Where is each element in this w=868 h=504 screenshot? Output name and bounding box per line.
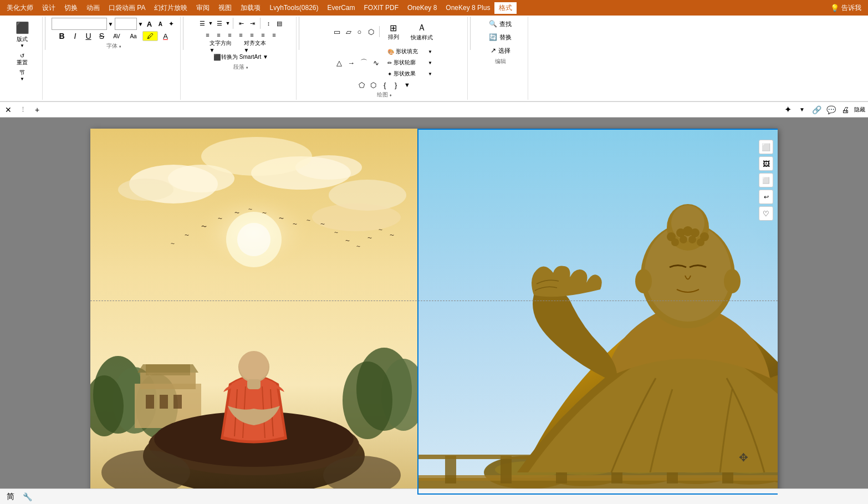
- align-bottom-button[interactable]: ≡: [269, 30, 279, 40]
- align-top-button[interactable]: ≡: [247, 30, 257, 40]
- shape-more[interactable]: ⬡: [366, 27, 376, 37]
- underline-button[interactable]: U: [83, 31, 95, 41]
- menu-item-addons[interactable]: 加载项: [236, 2, 265, 14]
- chinese-simplified-button[interactable]: 简: [4, 491, 17, 503]
- format-layout-button[interactable]: ⬛ 版式 ▼: [11, 18, 34, 51]
- panel-tool-2[interactable]: 🖼: [759, 156, 773, 171]
- italic-button[interactable]: I: [69, 31, 81, 41]
- shape-circle[interactable]: ○: [355, 27, 365, 37]
- print-button[interactable]: 🖨: [839, 104, 851, 116]
- menu-item-review[interactable]: 审阅: [192, 2, 214, 14]
- more-actions-button[interactable]: ⋮: [17, 104, 29, 116]
- replace-button[interactable]: 🔄 替换: [478, 31, 523, 43]
- number-list-button[interactable]: ☰: [215, 18, 224, 28]
- menu-item-alert[interactable]: 💡 告诉我: [826, 2, 866, 14]
- ribbon-group-format: ⬛ 版式 ▼ ↺ 重置 节 ▼: [2, 17, 43, 100]
- menu-item-pocket[interactable]: 口袋动画 PA: [104, 2, 150, 14]
- heart-icon: ♡: [763, 210, 769, 218]
- close-tab-button[interactable]: ✕: [2, 104, 14, 116]
- hide-button[interactable]: 隐藏: [854, 104, 866, 116]
- menu-item-foxitpdf[interactable]: FOXIT PDF: [360, 3, 403, 13]
- column-button[interactable]: ▤: [274, 18, 284, 28]
- link-button[interactable]: 🔗: [810, 104, 823, 116]
- shape-braces[interactable]: {: [380, 80, 390, 90]
- font-size-dropdown[interactable]: ▼: [138, 21, 144, 27]
- sparkle-dropdown[interactable]: ▼: [796, 104, 808, 116]
- shape-arrow[interactable]: →: [345, 58, 357, 68]
- drawing-expand-icon[interactable]: ⬧: [389, 92, 392, 98]
- wechat-button[interactable]: 💬: [825, 104, 837, 116]
- menu-item-sheji[interactable]: 设计: [38, 2, 60, 14]
- bold-button[interactable]: B: [56, 31, 68, 41]
- char-spacing-button[interactable]: AV: [109, 31, 125, 41]
- increase-indent-button[interactable]: ⇥: [247, 18, 257, 28]
- decrease-indent-button[interactable]: ⇤: [236, 18, 246, 28]
- clear-format-button[interactable]: ✦: [166, 19, 176, 29]
- sort-arrange-button[interactable]: ⊞ 排列: [382, 18, 405, 45]
- align-right-button[interactable]: ≡: [225, 30, 235, 40]
- shape-rect[interactable]: ▭: [331, 27, 343, 37]
- align-center-button[interactable]: ≡: [214, 30, 224, 40]
- align-text-button[interactable]: 对齐文本 ▼: [242, 41, 275, 51]
- shape-hexagon[interactable]: ⬡: [368, 80, 379, 90]
- add-tab-button[interactable]: +: [31, 104, 43, 116]
- find-button[interactable]: 🔍 查找: [478, 18, 523, 30]
- panel-tool-3[interactable]: ⬜: [759, 173, 773, 187]
- svg-point-92: [688, 236, 696, 243]
- ribbon-group-drawing: ▭ ▱ ○ ⬡ ⊞ 排列 Ａ 快速样式 △ → ⌒ ∿: [302, 17, 468, 100]
- main-area: 〜 〜 〜 〜 〜 〜 〜 〜 〜 〜 〜 〜 〜 〜 〜: [0, 118, 868, 504]
- shape-triangle[interactable]: △: [334, 58, 344, 68]
- panel-tool-1[interactable]: ⬜: [759, 140, 773, 154]
- line-spacing-button[interactable]: ↕: [263, 18, 273, 28]
- font-size-input[interactable]: 18: [115, 18, 137, 30]
- menu-item-onekey8[interactable]: OneKey 8: [403, 3, 441, 13]
- menu-item-slideshow[interactable]: 幻灯片放映: [150, 2, 192, 14]
- quick-style-button[interactable]: Ａ 快速样式: [406, 18, 438, 45]
- align-left-button[interactable]: ≡: [203, 30, 213, 40]
- shape-effect-button[interactable]: ✦ 形状效果 ▼: [385, 69, 435, 79]
- menu-item-meihudashi[interactable]: 美化大师: [2, 2, 38, 14]
- menu-item-format[interactable]: 格式: [494, 2, 517, 14]
- menu-item-view[interactable]: 视图: [214, 2, 236, 14]
- panel-tool-4[interactable]: ↩: [759, 190, 773, 204]
- text-direction-button[interactable]: 文字方向 ▼: [207, 41, 241, 51]
- increase-font-button[interactable]: A: [144, 19, 154, 29]
- para-expand-icon[interactable]: ⬧: [246, 64, 248, 70]
- justify-button[interactable]: ≡: [236, 30, 246, 40]
- font-expand-icon[interactable]: ⬧: [119, 43, 121, 49]
- font-name-input[interactable]: [52, 18, 107, 30]
- number-dropdown[interactable]: ▼: [226, 21, 231, 26]
- menu-item-qiehuan[interactable]: 切换: [60, 2, 82, 14]
- font-color-button[interactable]: A: [159, 31, 172, 41]
- strikethrough-button[interactable]: S: [96, 31, 108, 41]
- shape-freeform[interactable]: ∿: [371, 58, 381, 68]
- shape-fill-button[interactable]: 🎨 形状填充 ▼: [385, 47, 435, 57]
- shape-braces2[interactable]: }: [391, 80, 401, 90]
- font-case-button[interactable]: Aa: [126, 31, 141, 41]
- panel-tool-5-heart[interactable]: ♡: [759, 206, 773, 221]
- menu-item-lvyh[interactable]: LvyhTools(0826): [265, 3, 323, 13]
- sparkle-button[interactable]: ✦: [782, 104, 794, 116]
- edit-group-header: 编辑: [495, 58, 506, 65]
- font-name-dropdown[interactable]: ▼: [108, 21, 114, 27]
- convert-smartart-button[interactable]: ⬛ 转换为 SmartArt ▼: [205, 52, 277, 62]
- bullet-list-button[interactable]: ☰: [197, 18, 207, 28]
- menu-item-evercam[interactable]: EverCam: [323, 3, 360, 13]
- shape-more-dropdown[interactable]: ▼: [402, 80, 412, 90]
- select-button[interactable]: ↗ 选择: [478, 44, 523, 57]
- reset-button[interactable]: ↺ 重置: [6, 52, 39, 67]
- left-image-panel[interactable]: 〜 〜 〜 〜 〜 〜 〜 〜 〜 〜 〜 〜 〜 〜 〜: [90, 129, 417, 495]
- shape-parallelogram[interactable]: ▱: [344, 27, 354, 37]
- shape-curve[interactable]: ⌒: [358, 58, 370, 68]
- shape-pentagon[interactable]: ⬠: [356, 80, 367, 90]
- section-button[interactable]: 节 ▼: [6, 68, 39, 82]
- highlight-button[interactable]: 🖊: [142, 31, 158, 41]
- settings-button[interactable]: 🔧: [21, 491, 33, 503]
- menu-item-donghua[interactable]: 动画: [82, 2, 104, 14]
- bullet-dropdown[interactable]: ▼: [208, 21, 213, 26]
- right-image-panel[interactable]: ✥: [417, 129, 778, 495]
- shape-outline-button[interactable]: ✏ 形状轮廓 ▼: [385, 58, 435, 68]
- menu-item-onekey8plus[interactable]: OneKey 8 Plus: [441, 3, 494, 13]
- decrease-font-button[interactable]: A: [155, 19, 165, 29]
- align-middle-button[interactable]: ≡: [258, 30, 268, 40]
